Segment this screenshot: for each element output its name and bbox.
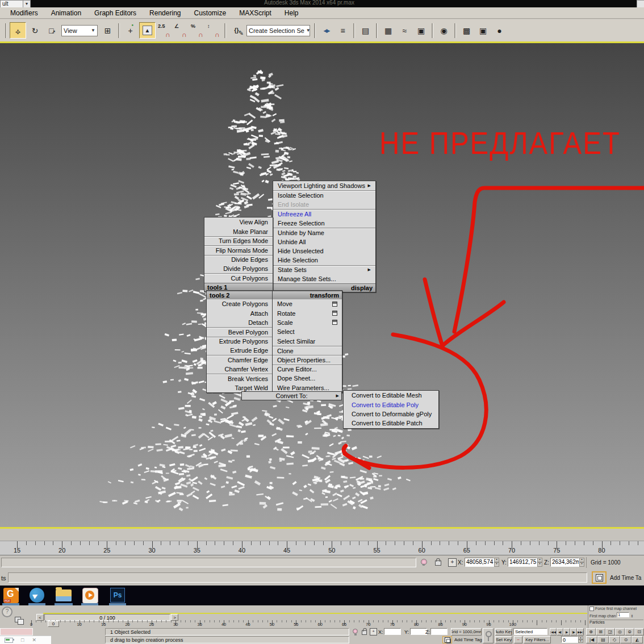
quad-menu-item[interactable]: Viewport Lighting and Shadows ▶ <box>273 181 375 190</box>
absolute-mode-icon[interactable]: + <box>448 558 457 567</box>
quad-menu-item[interactable]: Detach <box>207 318 273 327</box>
pan-button[interactable]: ⊜ <box>625 628 634 635</box>
add-time-tag-label[interactable]: Add Time Ta <box>610 575 641 581</box>
quad-menu-item[interactable]: Divide Polygons <box>204 264 273 273</box>
help-icon[interactable]: ? <box>2 607 12 617</box>
reference-coordinate-dropdown[interactable]: View ▼ <box>61 25 98 36</box>
submenu-item[interactable]: Convert to Deformable gPoly <box>344 409 438 419</box>
menu-item[interactable]: Animation <box>51 9 81 17</box>
quad-menu-item[interactable]: Bevel Polygon <box>207 327 273 336</box>
timeline-mini-ruler[interactable]: 0510152025303540455055606570758085909510… <box>23 620 587 628</box>
maximize-viewport-button[interactable]: ⊡ <box>634 628 644 635</box>
quad-menu-item[interactable]: End Isolate <box>273 200 375 209</box>
quad-menu-item[interactable]: Scale <box>273 318 342 327</box>
absolute-mode-icon[interactable]: + <box>370 628 377 635</box>
y-coordinate-field[interactable] <box>410 628 427 635</box>
percent-snap-button[interactable]: %∩ <box>190 23 205 38</box>
separator[interactable] <box>432 23 433 38</box>
frame-spinner[interactable]: ▲▼ <box>578 636 583 643</box>
named-selection-sets-button[interactable]: {}✎ <box>229 23 244 38</box>
selection-lock-icon[interactable] <box>362 630 367 635</box>
quad-menu-item[interactable]: Flip Normals Mode <box>204 245 273 254</box>
force-map-row[interactable]: Force first map channel <box>589 607 644 611</box>
render-production-button[interactable]: ● <box>492 23 507 38</box>
time-tag-cube-button[interactable] <box>592 571 607 584</box>
taskbar-pdf-app-icon[interactable]: G PDF <box>3 588 19 603</box>
layer-manager-button[interactable]: ▤ <box>358 23 373 38</box>
submenu-item[interactable]: Convert to Editable Patch <box>344 419 438 428</box>
taskbar-photoshop-icon[interactable]: Ps <box>110 588 125 603</box>
pan-hand-button[interactable]: ◇ <box>609 636 620 643</box>
render-setup-button[interactable]: ▩ <box>459 23 474 38</box>
quad-menu-item[interactable]: View Align <box>204 218 273 227</box>
set-key-button[interactable]: Set Key <box>495 636 512 643</box>
next-frame-button[interactable]: |▶ <box>570 628 577 635</box>
submenu-item[interactable]: Convert to Editable Mesh <box>344 391 438 400</box>
spinner-snap-button[interactable]: ↕∩ <box>206 23 221 38</box>
quad-menu-item[interactable]: Dope Sheet... <box>273 374 342 383</box>
menu-item[interactable]: Help <box>285 9 299 17</box>
schematic-view-button[interactable]: ▣ <box>413 23 429 38</box>
zoom-button[interactable]: ⊕ <box>586 628 596 635</box>
separator[interactable] <box>5 23 7 38</box>
keyboard-override-button[interactable]: ▲ <box>139 22 156 39</box>
current-frame-field[interactable]: 0 <box>561 636 578 643</box>
quad-menu-item[interactable]: Cut Polygons <box>204 273 273 282</box>
quad-menu-item[interactable]: Select Similar <box>273 337 342 346</box>
menu-item[interactable]: MAXScript <box>239 9 271 17</box>
first-map-field[interactable]: 1 <box>617 612 629 617</box>
quad-menu-item[interactable]: Create Polygons <box>207 299 273 308</box>
material-editor-button[interactable]: ◉ <box>436 23 451 38</box>
quad-menu-item[interactable]: Curve Editor... <box>273 365 342 374</box>
quad-menu-item[interactable]: Unfreeze All <box>273 209 375 218</box>
use-pivot-center-button[interactable]: ⊞ <box>100 23 115 38</box>
orbit-button[interactable]: ⊙ <box>620 636 632 643</box>
maximize-icon[interactable]: □ <box>21 637 24 643</box>
quad-menu-item[interactable]: Move <box>273 299 342 308</box>
quad-menu-item[interactable]: Chamfer Edge <box>207 355 273 364</box>
snaps-toggle-button[interactable]: 2.5∩ <box>157 23 172 38</box>
quad-menu-item[interactable]: Hide Unselected <box>273 246 375 256</box>
convert-to-menu-item[interactable]: Convert To: ▶ <box>241 391 342 400</box>
checkbox[interactable] <box>589 607 594 611</box>
x-coordinate-field[interactable] <box>384 628 401 635</box>
menu-item[interactable]: Modifiers <box>10 9 38 17</box>
selection-lock-icon[interactable] <box>435 561 441 566</box>
previous-key-button[interactable]: |◀ <box>586 636 597 643</box>
quad-menu-item[interactable]: Extrude Polygons <box>207 337 273 346</box>
quad-menu-item[interactable]: Unhide All <box>273 237 375 246</box>
y-coordinate-field[interactable]: 146912,75 <box>508 558 537 567</box>
quad-menu-item[interactable]: Unhide by Name <box>273 228 375 237</box>
time-slider-thumb[interactable]: 0 <box>48 621 59 627</box>
key-filters-button[interactable]: Key Filters... <box>524 636 551 643</box>
rendered-frame-button[interactable]: ▣ <box>475 23 491 38</box>
separator[interactable] <box>314 23 316 38</box>
submenu-item[interactable]: Convert to Editable Poly <box>344 400 438 409</box>
time-tag-cube-button[interactable] <box>442 636 452 643</box>
quad-menu-item[interactable]: Object Properties... <box>273 355 342 364</box>
go-to-start-button[interactable]: |◀◀ <box>550 628 557 635</box>
mirror-button[interactable]: ◀▶ <box>319 23 334 38</box>
walkthrough-button[interactable]: ◭ <box>632 636 643 643</box>
select-and-move-button[interactable]: ↔↕ <box>10 22 26 39</box>
lightbulb-icon[interactable] <box>353 629 358 634</box>
taskbar-media-player-icon[interactable] <box>82 588 98 604</box>
z-coordinate-field[interactable] <box>430 628 448 635</box>
quad-menu-item[interactable]: Extrude Edge <box>207 346 273 355</box>
taskbar-telegram-icon[interactable]: ▶ <box>30 588 44 603</box>
zoom-region-button[interactable]: ◲ <box>605 628 615 635</box>
quad-menu-item[interactable]: Attach <box>207 308 273 317</box>
graph-editors-button[interactable]: ▦ <box>380 23 396 38</box>
selection-filter-dropdown[interactable]: Selected <box>513 628 547 635</box>
quad-menu-item[interactable]: State Sets ▶ <box>273 265 375 274</box>
x-spinner[interactable]: ▲▼ <box>494 558 499 567</box>
z-spinner[interactable]: ▲▼ <box>579 558 584 567</box>
quad-menu-item[interactable]: Make Planar <box>204 227 273 236</box>
curve-editor-button[interactable]: ≈ <box>397 23 412 38</box>
quad-menu-item[interactable]: Freeze Selection <box>273 219 375 228</box>
quad-menu-item[interactable]: Rotate <box>273 308 342 317</box>
select-and-rotate-button[interactable]: ↻ <box>27 23 43 38</box>
taskbar-explorer-icon[interactable] <box>56 589 72 601</box>
named-selection-set-field[interactable]: Create Selection Se ▼ <box>246 25 310 36</box>
quad-menu-item[interactable]: Turn Edges Mode <box>204 236 273 245</box>
